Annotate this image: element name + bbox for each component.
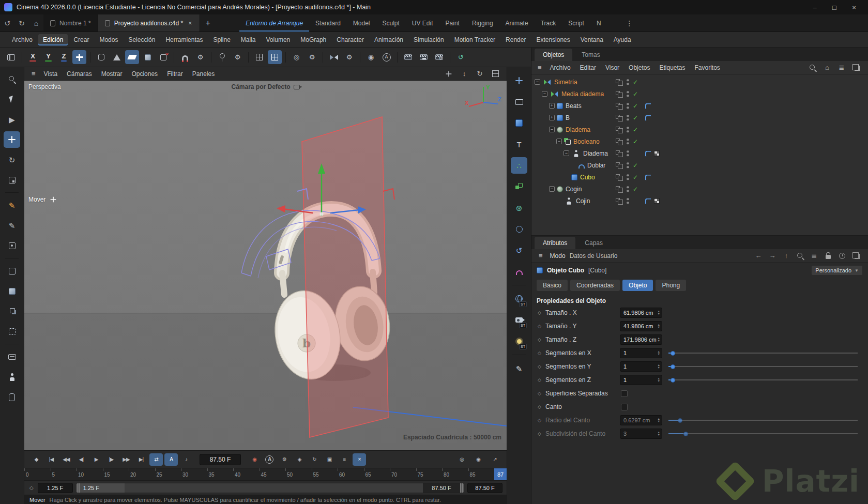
menu-mograph[interactable]: MoGraph [296,34,331,45]
toolbar-render-settings[interactable] [432,50,446,64]
anim-autokey[interactable]: A [263,453,276,466]
ommenu-editar[interactable]: Editar [576,63,600,73]
menu-extensiones[interactable]: Extensiones [531,34,574,45]
minimize-button[interactable]: – [805,1,825,13]
tick-70[interactable]: 70 [390,468,416,480]
layout-tab-paint[interactable]: Paint [439,14,466,32]
vpmenu-mostrar[interactable]: Mostrar [97,69,127,79]
palette-stage-globe[interactable]: ST [511,291,527,307]
tick-75[interactable]: 75 [416,468,443,480]
slider[interactable] [668,376,858,384]
menu-spline[interactable]: Spline [208,34,235,45]
menu-character[interactable]: Character [332,34,369,45]
omtool-filter[interactable]: ≣ [837,63,846,72]
ommenu-favoritos[interactable]: Favoritos [691,63,724,73]
menu-crear[interactable]: Crear [69,34,94,45]
toolbar-guides-settings[interactable]: ⚙ [305,50,319,64]
toolbar-mode-cone[interactable] [110,50,124,64]
key-diamond-icon[interactable]: ◇ [537,350,542,356]
tick-45[interactable]: 45 [260,468,286,480]
visibility-dots-icon[interactable] [627,115,629,121]
layer-squares-icon[interactable] [616,115,620,119]
enable-check-icon[interactable]: ✓ [633,115,638,121]
object-name[interactable]: Diadema [566,126,590,133]
amnav-forward[interactable]: → [768,251,777,261]
menu-edición[interactable]: Edición [38,34,68,45]
spinner-icon[interactable] [658,431,660,437]
key-diamond-icon[interactable]: ◇ [537,310,542,315]
tool-search[interactable] [4,71,20,87]
amnav-back[interactable]: ← [754,251,763,261]
visibility-dots-icon[interactable] [627,127,629,133]
mode-dropdown[interactable]: Modo [550,252,566,259]
anim-key-rotation[interactable]: ↻ [308,453,321,466]
toolbar-workplane-grid[interactable] [252,50,266,64]
visibility-dots-icon[interactable] [627,186,629,192]
tick-20[interactable]: 20 [129,468,155,480]
toolbar-lock-z-axis[interactable]: Z [57,50,71,64]
spinner-icon[interactable] [658,377,660,383]
tick-55[interactable]: 55 [312,468,338,480]
layout-tab-entorno-de-arranque[interactable]: Entorno de Arranque [239,14,309,32]
maximize-button[interactable]: □ [825,1,844,13]
anim-next-frame[interactable]: |▶ [104,453,118,466]
object-name[interactable]: Diadema [583,150,608,157]
amnav-search[interactable] [796,251,805,261]
tick-40[interactable]: 40 [233,468,260,480]
checkbox[interactable] [621,390,628,397]
collapse-icon[interactable] [542,91,547,97]
tool-sketch-tool[interactable]: ✎ [4,217,20,234]
enable-check-icon[interactable]: ✓ [633,186,638,192]
tool-primitive-cube-solid[interactable] [4,283,20,299]
layer-squares-icon[interactable] [616,150,620,155]
collapse-icon[interactable] [549,186,555,192]
toolbar-guides[interactable]: ◎ [290,50,303,64]
tick-15[interactable]: 15 [103,468,129,480]
toolbar-mode-cylinder[interactable] [94,50,108,64]
anim-record[interactable]: ◉ [248,453,261,466]
enable-check-icon[interactable]: ✓ [633,79,638,85]
toolbar-mode-cube-axis[interactable] [156,50,170,64]
toolbar-symmetry[interactable] [327,50,341,64]
palette-stage-light[interactable]: ST [511,333,527,349]
palette-text-object[interactable]: T [511,136,527,152]
anim-key-scale[interactable]: ▣ [323,453,336,466]
anim-goto-end[interactable]: ▶| [134,453,148,466]
undo-icon[interactable]: ↺ [0,14,14,32]
toolbar-render-view[interactable] [401,50,415,64]
tree-row-cogin[interactable]: Cogin ✓ [531,183,868,195]
layout-tab-uv-edit[interactable]: UV Edit [406,14,439,32]
texture-tag-icon[interactable] [654,150,660,156]
mode-value-dropdown[interactable]: Datos de Usuario [570,252,618,259]
vpnav-dolly-view[interactable]: ↕ [459,69,469,79]
layer-squares-icon[interactable] [616,174,620,178]
playhead[interactable]: 87 [494,468,507,480]
spinner-icon[interactable] [658,324,660,329]
palette-stage-camera[interactable]: ST [511,312,527,328]
layout-tab-track[interactable]: Track [535,14,562,32]
menu-render[interactable]: Render [501,34,530,45]
vpnav-toggle-layout[interactable] [490,69,500,79]
toolbar-lock-x-axis[interactable]: X [26,50,40,64]
tree-row-doblar[interactable]: Doblar ✓ [531,159,868,171]
new-tab-button[interactable]: + [200,14,216,32]
spinner-icon[interactable] [658,310,660,316]
layout-overflow-icon[interactable]: ⋮ [619,14,641,32]
key-diamond-icon[interactable]: ◇ [537,364,542,369]
camera-label[interactable]: Cámara por Defecto [231,83,299,90]
layout-tab-standard[interactable]: Standard [309,14,347,32]
vpmenu-opciones[interactable]: Opciones [127,69,162,79]
toolbar-snap-settings[interactable]: ⚙ [193,50,207,64]
visibility-dots-icon[interactable] [627,139,629,145]
tick-25[interactable]: 25 [155,468,181,480]
preset-dropdown[interactable]: Personalizado ▼ [811,265,863,276]
view-type-label[interactable]: Perspectiva [28,83,61,90]
amnav-filter[interactable]: ≣ [810,251,819,261]
object-name[interactable]: Doblar [587,162,605,169]
enable-check-icon[interactable]: ✓ [633,162,638,169]
phong-tag-icon[interactable] [645,198,651,204]
enable-check-icon[interactable]: ✓ [633,91,638,97]
palette-particles[interactable]: ⊛ [511,200,527,216]
menu-herramientas[interactable]: Herramientas [161,34,207,45]
tick-30[interactable]: 30 [181,468,207,480]
